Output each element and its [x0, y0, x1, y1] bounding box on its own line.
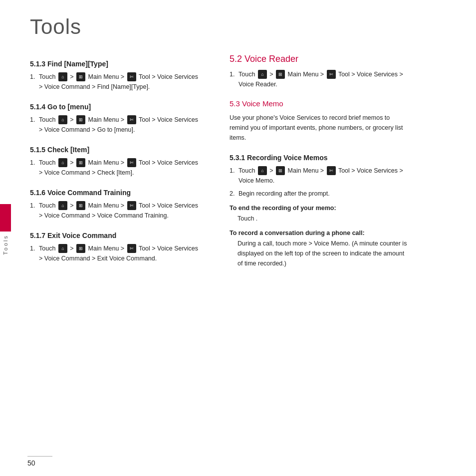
tool-icon: ✄	[127, 158, 136, 167]
step-num: 1.	[30, 158, 39, 168]
step-num: 1.	[30, 243, 39, 253]
home-icon: ⌂	[58, 201, 67, 210]
tool-icon: ✄	[127, 115, 136, 124]
record-call-content: During a call, touch more > Voice Memo. …	[230, 238, 409, 268]
section-53-heading: 5.3 Voice Memo	[230, 99, 409, 108]
page-title: Tools	[0, 0, 476, 49]
home-icon: ⌂	[258, 70, 267, 79]
step-num: 1.	[30, 72, 39, 82]
left-column: 5.1.3 Find [Name][Type] 1. Touch ⌂ > ⊞ M…	[0, 49, 215, 456]
sidebar-tab-label: Tools	[2, 235, 8, 255]
bold-label-end-recording: To end the recording of your memo:	[230, 205, 409, 212]
page: Tools Tools 5.1.3 Find [Name][Type] 1. T…	[0, 0, 476, 476]
tool-icon: ✄	[327, 166, 336, 175]
page-number: 50	[27, 459, 52, 467]
tool-icon: ✄	[327, 70, 336, 79]
menu-icon: ⊞	[76, 158, 85, 167]
section-531-heading: 5.3.1 Recording Voice Memos	[230, 154, 409, 162]
menu-icon: ⊞	[76, 244, 85, 253]
section-516-step1: 1. Touch ⌂ > ⊞ Main Menu > ✄ Tool > Voic…	[30, 201, 200, 221]
sidebar-tab-red	[0, 204, 11, 232]
content-area: 5.1.3 Find [Name][Type] 1. Touch ⌂ > ⊞ M…	[0, 49, 476, 476]
step-num: 2.	[230, 189, 238, 199]
page-number-area: 50	[27, 456, 52, 467]
step-body: Touch ⌂ > ⊞ Main Menu > ✄ Tool > Voice S…	[238, 69, 409, 89]
home-icon: ⌂	[58, 115, 67, 124]
home-icon: ⌂	[258, 166, 267, 175]
step-body: Touch ⌂ > ⊞ Main Menu > ✄ Tool > Voice S…	[39, 201, 200, 221]
section-514-heading: 5.1.4 Go to [menu]	[30, 103, 200, 111]
tool-icon: ✄	[127, 72, 136, 81]
section-513-heading: 5.1.3 Find [Name][Type]	[30, 60, 200, 68]
section-514-step1: 1. Touch ⌂ > ⊞ Main Menu > ✄ Tool > Voic…	[30, 115, 200, 135]
step-body: Touch ⌂ > ⊞ Main Menu > ✄ Tool > Voice S…	[238, 166, 409, 186]
step-body: Touch ⌂ > ⊞ Main Menu > ✄ Tool > Voice S…	[39, 72, 200, 92]
step-num: 1.	[30, 201, 39, 211]
step-body: Touch ⌂ > ⊞ Main Menu > ✄ Tool > Voice S…	[39, 115, 200, 135]
section-517-step1: 1. Touch ⌂ > ⊞ Main Menu > ✄ Tool > Voic…	[30, 243, 200, 263]
section-515-heading: 5.1.5 Check [Item]	[30, 146, 200, 154]
section-52-step1: 1. Touch ⌂ > ⊞ Main Menu > ✄ Tool > Voic…	[230, 69, 409, 89]
end-recording-content: Touch .	[230, 214, 409, 224]
section-531-step1: 1. Touch ⌂ > ⊞ Main Menu > ✄ Tool > Voic…	[230, 166, 409, 186]
right-column: 5.2 Voice Reader 1. Touch ⌂ > ⊞ Main Men…	[215, 49, 429, 456]
home-icon: ⌂	[58, 244, 67, 253]
section-53-intro: Use your phone's Voice Services to recor…	[230, 113, 409, 143]
menu-icon: ⊞	[276, 70, 285, 79]
step-body: Begin recording after the prompt.	[238, 189, 409, 199]
step-num: 1.	[30, 115, 39, 125]
sidebar-tab: Tools	[0, 200, 11, 259]
section-517-heading: 5.1.7 Exit Voice Command	[30, 232, 200, 239]
section-513-step1: 1. Touch ⌂ > ⊞ Main Menu > ✄ Tool > Voic…	[30, 72, 200, 92]
tool-icon: ✄	[127, 201, 136, 210]
menu-icon: ⊞	[76, 115, 85, 124]
section-52-heading: 5.2 Voice Reader	[230, 54, 409, 64]
tool-icon: ✄	[127, 244, 136, 253]
menu-icon: ⊞	[276, 166, 285, 175]
step-num: 1.	[230, 166, 238, 176]
step-body: Touch ⌂ > ⊞ Main Menu > ✄ Tool > Voice S…	[39, 158, 200, 178]
home-icon: ⌂	[58, 72, 67, 81]
step-num: 1.	[230, 69, 238, 79]
menu-icon: ⊞	[76, 201, 85, 210]
section-515-step1: 1. Touch ⌂ > ⊞ Main Menu > ✄ Tool > Voic…	[30, 158, 200, 178]
menu-icon: ⊞	[76, 72, 85, 81]
bold-label-record-call: To record a conversation during a phone …	[230, 230, 409, 237]
section-531-step2: 2. Begin recording after the prompt.	[230, 189, 409, 199]
home-icon: ⌂	[58, 158, 67, 167]
section-516-heading: 5.1.6 Voice Command Training	[30, 189, 200, 197]
step-body: Touch ⌂ > ⊞ Main Menu > ✄ Tool > Voice S…	[39, 243, 200, 263]
